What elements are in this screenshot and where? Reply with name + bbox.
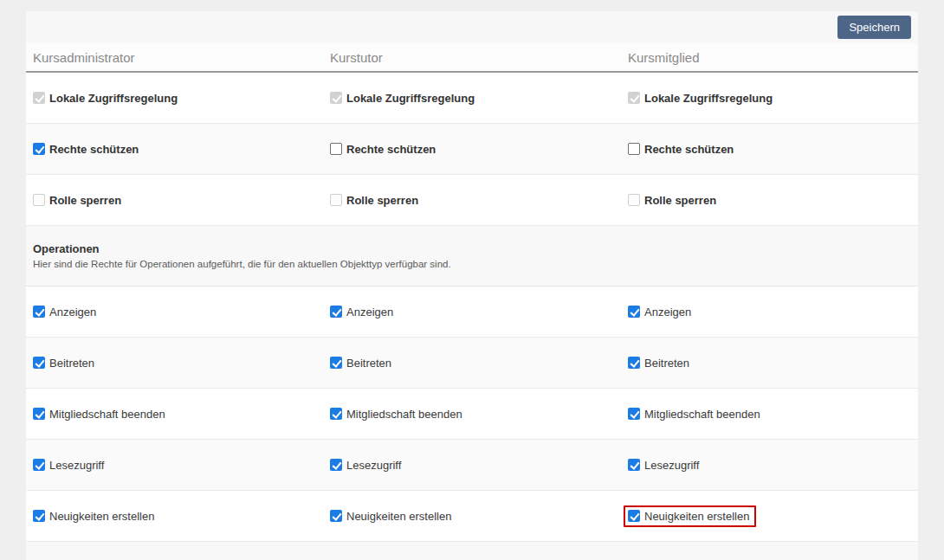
- permission-cell: Lokale Zugriffsregelung: [323, 73, 621, 123]
- checkbox-lesezugriff[interactable]: [330, 459, 342, 471]
- checkbox-group: Anzeigen: [624, 301, 698, 323]
- column-header-kursadministrator: Kursadministrator: [26, 50, 323, 65]
- checkbox-label: Neuigkeiten erstellen: [346, 510, 451, 523]
- checkbox-group: Rolle sperren: [624, 190, 723, 211]
- permission-cell: Neuigkeiten erstellen: [621, 491, 918, 541]
- checkbox-group: Anzeigen: [29, 301, 103, 323]
- checkbox-label: Rolle sperren: [49, 194, 121, 207]
- permission-cell: Mitgliedschaft beenden: [26, 389, 323, 439]
- permission-row-neuigkeiten-erstellen: Neuigkeiten erstellenNeuigkeiten erstell…: [26, 491, 918, 542]
- checkbox-group: Lokale Zugriffsregelung: [29, 87, 184, 109]
- permission-cell: Rolle sperren: [26, 175, 323, 225]
- checkbox-group: Beitreten: [29, 352, 101, 374]
- checkbox-neuigkeiten-erstellen[interactable]: [628, 510, 640, 522]
- checkbox-rechte-sch-tzen[interactable]: [330, 143, 342, 155]
- checkbox-group: Beitreten: [624, 352, 696, 374]
- checkbox-mitgliedschaft-beenden[interactable]: [330, 408, 342, 420]
- permission-cell: Rolle sperren: [621, 175, 918, 225]
- checkbox-label: Beitreten: [49, 357, 94, 370]
- checkbox-group: Lesezugriff: [624, 454, 706, 476]
- checkbox-rolle-sperren: [628, 194, 640, 206]
- permission-cell: Rechte schützen: [323, 124, 621, 174]
- checkbox-group: Lokale Zugriffsregelung: [624, 87, 779, 109]
- permission-cell: Neuigkeiten erstellen: [26, 491, 323, 541]
- checkbox-lokale-zugriffsregelung: [628, 92, 640, 104]
- checkbox-group: Rolle sperren: [326, 190, 425, 211]
- permission-cell: Lesezugriff: [323, 440, 621, 490]
- checkbox-label: Anzeigen: [644, 306, 691, 319]
- checkbox-group: Lokale Zugriffsregelung: [326, 87, 482, 109]
- checkbox-label: Lesezugriff: [644, 459, 699, 472]
- operation-permission-rows: AnzeigenAnzeigenAnzeigenBeitretenBeitret…: [26, 286, 918, 542]
- checkbox-label: Neuigkeiten erstellen: [644, 510, 749, 523]
- checkbox-neuigkeiten-erstellen[interactable]: [330, 510, 342, 522]
- permission-cell: Rechte schützen: [26, 124, 323, 174]
- checkbox-anzeigen[interactable]: [628, 306, 640, 318]
- checkbox-label: Lesezugriff: [346, 459, 401, 472]
- section-title: Operationen: [33, 242, 918, 255]
- checkbox-anzeigen[interactable]: [33, 306, 45, 318]
- checkbox-group: Rechte schützen: [326, 138, 443, 160]
- permission-cell: Lokale Zugriffsregelung: [621, 73, 918, 123]
- checkbox-lokale-zugriffsregelung: [33, 92, 45, 104]
- checkbox-label: Rolle sperren: [346, 194, 418, 207]
- checkbox-label: Mitgliedschaft beenden: [644, 408, 760, 421]
- checkbox-lesezugriff[interactable]: [33, 459, 45, 471]
- checkbox-group: Rechte schützen: [624, 138, 740, 160]
- checkbox-rechte-sch-tzen[interactable]: [33, 143, 45, 155]
- checkbox-lesezugriff[interactable]: [628, 459, 640, 471]
- checkbox-rolle-sperren: [33, 194, 45, 206]
- checkbox-mitgliedschaft-beenden[interactable]: [33, 408, 45, 420]
- checkbox-label: Beitreten: [644, 357, 689, 370]
- checkbox-group: Lesezugriff: [29, 454, 111, 476]
- checkbox-label: Mitgliedschaft beenden: [346, 408, 462, 421]
- permission-cell: Beitreten: [323, 338, 621, 388]
- permission-cell: Mitgliedschaft beenden: [621, 389, 918, 439]
- permission-cell: Lesezugriff: [621, 440, 918, 490]
- checkbox-label: Rechte schützen: [49, 143, 139, 156]
- checkbox-group: Anzeigen: [326, 301, 400, 323]
- checkbox-beitreten[interactable]: [33, 357, 45, 369]
- permission-cell: Rechte schützen: [621, 124, 918, 174]
- checkbox-mitgliedschaft-beenden[interactable]: [628, 408, 640, 420]
- permission-row-mitgliedschaft-beenden: Mitgliedschaft beendenMitgliedschaft bee…: [26, 389, 918, 440]
- permission-cell: Anzeigen: [26, 286, 323, 337]
- permission-cell: Lokale Zugriffsregelung: [26, 73, 323, 123]
- checkbox-group: Neuigkeiten erstellen: [326, 505, 458, 527]
- checkbox-label: Lokale Zugriffsregelung: [49, 92, 178, 105]
- column-header-kurstutor: Kurstutor: [323, 50, 621, 65]
- checkbox-group: Rechte schützen: [29, 138, 145, 160]
- checkbox-label: Neuigkeiten erstellen: [49, 510, 154, 523]
- checkbox-anzeigen[interactable]: [330, 306, 342, 318]
- permission-row-lokale-zugriffsregelung: Lokale ZugriffsregelungLokale Zugriffsre…: [26, 73, 918, 124]
- permission-cell: Neuigkeiten erstellen: [323, 491, 621, 541]
- checkbox-group: Rolle sperren: [29, 190, 128, 211]
- checkbox-label: Rolle sperren: [644, 194, 716, 207]
- permission-cell: Beitreten: [26, 338, 323, 388]
- checkbox-label: Beitreten: [346, 357, 391, 370]
- permission-cell: Anzeigen: [621, 286, 918, 337]
- permission-row-rolle-sperren: Rolle sperrenRolle sperrenRolle sperren: [26, 175, 918, 226]
- permission-row-rechte-sch-tzen: Rechte schützenRechte schützenRechte sch…: [26, 124, 918, 175]
- checkbox-label: Rechte schützen: [346, 143, 436, 156]
- permission-row-beitreten: BeitretenBeitretenBeitreten: [26, 338, 918, 389]
- section-description: Hier sind die Rechte für Operationen auf…: [33, 259, 918, 269]
- annotation-highlight-box: Neuigkeiten erstellen: [624, 505, 756, 527]
- checkbox-group: Lesezugriff: [326, 454, 408, 476]
- checkbox-rechte-sch-tzen[interactable]: [628, 143, 640, 155]
- permission-cell: Lesezugriff: [26, 440, 323, 490]
- permission-cell: Beitreten: [621, 338, 918, 388]
- save-button[interactable]: Speichern: [837, 16, 911, 39]
- checkbox-label: Lesezugriff: [49, 459, 104, 472]
- checkbox-neuigkeiten-erstellen[interactable]: [33, 510, 45, 522]
- permission-row-lesezugriff: LesezugriffLesezugriffLesezugriff: [26, 440, 918, 491]
- checkbox-group: Mitgliedschaft beenden: [624, 403, 767, 425]
- checkbox-beitreten[interactable]: [330, 357, 342, 369]
- column-header-kursmitglied: Kursmitglied: [621, 50, 918, 65]
- checkbox-group: Mitgliedschaft beenden: [326, 403, 469, 425]
- permission-cell: Mitgliedschaft beenden: [323, 389, 621, 439]
- role-permission-rows: Lokale ZugriffsregelungLokale Zugriffsre…: [26, 73, 918, 226]
- operations-section-header: Operationen Hier sind die Rechte für Ope…: [26, 226, 918, 286]
- toolbar: Speichern: [26, 11, 918, 43]
- checkbox-beitreten[interactable]: [628, 357, 640, 369]
